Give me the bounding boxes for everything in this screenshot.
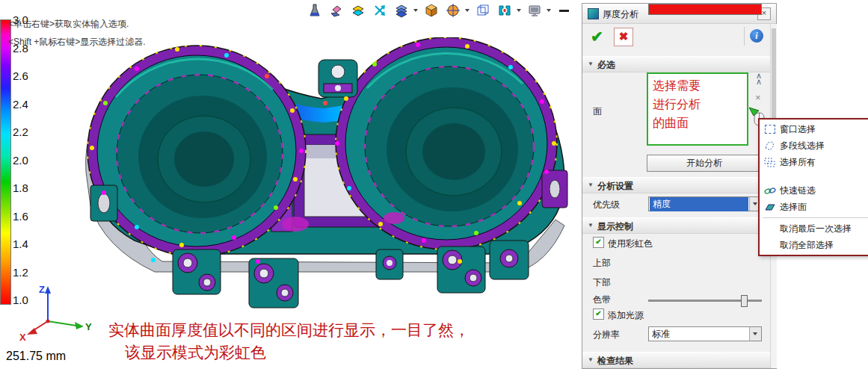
lower-color-swatch[interactable] — [648, 4, 762, 15]
upper-label: 上部 — [593, 257, 611, 270]
display-monitor-icon[interactable] — [526, 2, 543, 18]
mount-tab — [249, 258, 298, 308]
measure-analysis-icon[interactable] — [307, 2, 323, 18]
top-bracket-tab — [318, 60, 357, 97]
resolution-label: 分辨率 — [593, 329, 620, 341]
thickness-analysis-icon — [588, 8, 599, 19]
thickness-analysis-panel: 厚度分析 × ✔ ✖ i ▼ 必选 面 选择需要进行分析的曲面 ∧∧ × 开始分… — [582, 3, 777, 369]
cancel-button[interactable]: ✖ — [614, 28, 633, 46]
priority-label: 优先级 — [593, 199, 620, 211]
info-button[interactable]: i — [750, 29, 763, 43]
light-checkbox[interactable]: ✔ — [593, 308, 604, 320]
collapse-input-icon[interactable]: ∧∧ — [753, 72, 765, 84]
scrollbar-thumb[interactable] — [772, 28, 776, 133]
legend-value: 2.2 — [13, 125, 28, 138]
legend-value: 1.6 — [13, 210, 28, 223]
x-axis-label: X — [19, 332, 26, 343]
face-prompt-annotation: 选择需要进行分析的曲面 — [653, 77, 707, 132]
mount-tab — [437, 246, 485, 293]
viewport-3d-model[interactable] — [71, 37, 587, 329]
menu-item-select-face[interactable]: 选择面 — [760, 199, 868, 215]
priority-dropdown[interactable]: 精度 — [648, 196, 762, 211]
cube-icon[interactable] — [423, 2, 440, 18]
tutorial-caption-1: 实体曲面厚度值以不同的区间进行显示，一目了然， — [108, 320, 470, 341]
divider — [744, 27, 745, 46]
face-input-field[interactable]: 选择需要进行分析的曲面 — [647, 72, 748, 146]
legend-value: 1.8 — [13, 182, 28, 194]
legend-value: 2.4 — [13, 98, 28, 111]
legend-value: 2.0 — [13, 154, 28, 167]
collapse-arrow-icon: ▼ — [588, 61, 594, 67]
layered-faces-icon[interactable] — [393, 2, 410, 18]
z-axis-label: Z — [39, 284, 45, 295]
mount-tab — [376, 249, 403, 279]
eraser-icon[interactable] — [328, 2, 345, 18]
menu-item-clear-all-selection[interactable]: 取消全部选择 — [760, 237, 868, 253]
viewport-hint-1: <单击右键>获取实体输入选项. — [8, 18, 129, 31]
rainbow-checkbox[interactable]: ✔ — [593, 237, 604, 248]
section-header-settings[interactable]: ▼ 分析设置 — [582, 177, 771, 193]
legend-value: 1.4 — [13, 238, 28, 250]
right-dial-ring — [336, 37, 557, 249]
direction-arrows-icon[interactable] — [372, 2, 388, 18]
menu-item-undo-last-selection[interactable]: 取消最后一次选择 — [760, 220, 868, 237]
wire-box-icon[interactable] — [475, 2, 491, 18]
start-analysis-button[interactable]: 开始分析 — [647, 155, 762, 172]
lower-label: 下部 — [593, 276, 611, 289]
resolution-value: 标准 — [649, 327, 749, 341]
chevron-down-icon[interactable] — [465, 9, 470, 12]
legend-colorbar — [0, 19, 11, 305]
band-slider-handle[interactable] — [741, 295, 748, 307]
minus-icon[interactable] — [556, 2, 573, 18]
menu-divider — [763, 217, 868, 218]
ok-button[interactable]: ✔ — [591, 28, 603, 46]
face-label: 面 — [593, 105, 602, 118]
menu-item-polyline-select[interactable]: 多段线选择 — [760, 137, 868, 154]
app-window: <单击右键>获取实体输入选项. <Shift +鼠标右键>显示选择过滤器. 3.… — [0, 0, 868, 369]
section-header-required[interactable]: ▼ 必选 — [582, 56, 771, 72]
chevron-down-icon[interactable] — [413, 9, 418, 12]
clamp-gap-icon[interactable] — [496, 2, 513, 18]
section-header-display[interactable]: ▼ 显示控制 — [582, 217, 771, 234]
band-label: 色带 — [593, 294, 611, 306]
mount-tab — [173, 249, 221, 294]
priority-value: 精度 — [650, 197, 748, 211]
chain-select-icon — [763, 186, 776, 196]
y-axis-label: Y — [85, 321, 92, 332]
collapse-arrow-icon: ▼ — [588, 222, 594, 229]
left-dial-ring — [87, 46, 306, 256]
select-all-icon — [763, 158, 776, 167]
selection-context-menu: 窗口选择 多段线选择 选择所有 快速链选 选择面 — [758, 118, 868, 256]
legend-value: 1.2 — [13, 266, 28, 279]
light-checkbox-label: 添加光源 — [608, 309, 644, 322]
chevron-down-icon[interactable] — [749, 327, 761, 341]
section-header-result[interactable]: ▼ 检查结果 — [582, 352, 771, 368]
legend-value: 1.0 — [13, 294, 28, 306]
polyline-select-icon — [763, 141, 776, 151]
face-pair-icon[interactable] — [350, 2, 366, 18]
mount-tab — [490, 241, 529, 279]
viewport-hint-2: <Shift +鼠标右键>显示选择过滤器. — [8, 36, 146, 49]
tutorial-caption-2: 该显示模式为彩虹色 — [125, 342, 266, 363]
menu-item-select-all[interactable]: 选择所有 — [760, 154, 868, 170]
menu-spacer — [760, 170, 868, 182]
legend-value: 2.6 — [13, 69, 28, 82]
menu-item-window-select[interactable]: 窗口选择 — [760, 121, 868, 137]
menu-item-chain-select[interactable]: 快速链选 — [760, 182, 868, 199]
query-toolbar — [307, 2, 573, 18]
right-wing-tab — [542, 170, 567, 208]
coordinate-triad: Z Y X — [18, 282, 93, 345]
collapse-arrow-icon: ▼ — [588, 356, 594, 363]
chevron-down-icon[interactable] — [547, 9, 551, 12]
resolution-dropdown[interactable]: 标准 — [648, 326, 762, 341]
chevron-down-icon[interactable] — [517, 9, 521, 12]
target-sphere-icon[interactable] — [445, 2, 461, 18]
select-face-icon — [763, 202, 776, 211]
clear-selection-icon[interactable]: × — [755, 92, 761, 103]
panel-title: 厚度分析 — [603, 8, 638, 21]
dimension-readout: 251.75 mm — [6, 350, 66, 363]
rainbow-checkbox-label: 使用彩虹色 — [608, 238, 653, 250]
window-select-icon — [763, 125, 776, 134]
collapse-arrow-icon: ▼ — [588, 182, 594, 188]
